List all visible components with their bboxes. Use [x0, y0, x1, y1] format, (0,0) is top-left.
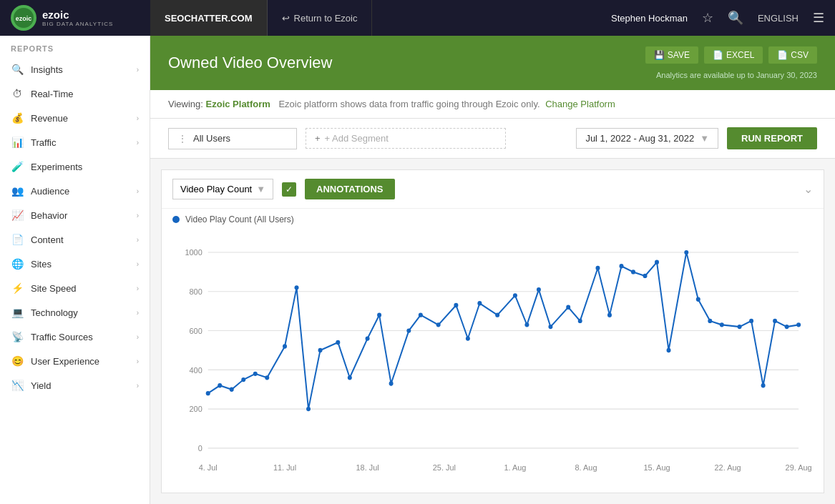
svg-point-54 — [631, 270, 635, 274]
change-platform-link[interactable]: Change Platform — [545, 99, 615, 109]
sidebar-item-technology[interactable]: 💻 Technology › — [0, 300, 150, 325]
reports-section-label: REPORTS — [0, 36, 150, 57]
site-tab[interactable]: SEOCHATTER.COM — [150, 0, 268, 36]
date-picker[interactable]: Jul 1, 2022 - Aug 31, 2022 ▼ — [576, 128, 718, 149]
sidebar-item-label: Revenue — [31, 113, 68, 124]
svg-text:22. Aug: 22. Aug — [715, 463, 741, 472]
legend-color-dot — [172, 216, 180, 223]
svg-point-51 — [595, 266, 600, 270]
chevron-right-icon: › — [137, 66, 139, 74]
svg-point-45 — [513, 293, 517, 297]
sidebar-item-user-experience[interactable]: 😊 User Experience › — [0, 349, 150, 373]
series-checkbox[interactable]: ✓ — [282, 182, 296, 197]
svg-text:1000: 1000 — [185, 248, 202, 257]
sidebar-item-left: 📈 Behavior — [11, 209, 67, 221]
language-selector[interactable]: ENGLISH — [758, 13, 799, 24]
svg-point-58 — [684, 250, 688, 255]
sidebar-item-label: Site Speed — [31, 283, 77, 294]
search-icon[interactable]: 🔍 — [728, 10, 743, 26]
svg-text:800: 800 — [190, 287, 202, 296]
svg-point-39 — [419, 313, 423, 317]
sidebar-item-label: Content — [31, 234, 64, 245]
chart-toolbar: Video Play Count ▼ ✓ ANNOTATIONS ⌄ — [162, 170, 824, 209]
chevron-right-icon: › — [137, 382, 139, 390]
add-segment-btn[interactable]: + + Add Segment — [306, 128, 506, 149]
segment-box[interactable]: ⋮ All Users — [168, 128, 297, 149]
chart-canvas: 020040060080010004. Jul11. Jul18. Jul25.… — [162, 230, 824, 493]
legend-label: Video Play Count (All Users) — [185, 214, 294, 224]
sidebar-item-real-time[interactable]: ⏱ Real-Time — [0, 81, 150, 106]
sidebar-icon: 💻 — [11, 307, 24, 318]
svg-point-25 — [230, 387, 234, 392]
platform-name: Ezoic Platform — [206, 99, 270, 109]
sidebar-icon: 🧪 — [11, 161, 24, 172]
sidebar-item-left: 🌐 Sites — [11, 258, 52, 270]
svg-point-33 — [336, 340, 340, 345]
chevron-right-icon: › — [137, 139, 139, 147]
svg-point-60 — [708, 319, 712, 323]
svg-point-42 — [466, 336, 470, 340]
svg-point-46 — [524, 322, 529, 327]
sidebar-icon: 📈 — [11, 209, 24, 221]
sidebar-item-left: 📊 Traffic — [11, 137, 56, 148]
svg-text:400: 400 — [190, 365, 202, 374]
svg-text:ezoic: ezoic — [16, 15, 32, 22]
star-icon[interactable]: ☆ — [702, 10, 713, 26]
svg-point-38 — [406, 328, 411, 332]
svg-point-55 — [643, 274, 648, 278]
svg-text:18. Jul: 18. Jul — [356, 463, 379, 472]
svg-point-40 — [436, 322, 441, 327]
sidebar-item-left: 🧪 Experiments — [11, 161, 82, 172]
svg-point-52 — [607, 313, 612, 317]
segment-label: All Users — [193, 133, 230, 144]
csv-button[interactable]: 📄 CSV — [768, 46, 817, 64]
sidebar-item-traffic-sources[interactable]: 📡 Traffic Sources › — [0, 325, 150, 349]
svg-text:4. Jul: 4. Jul — [199, 463, 218, 472]
sidebar-item-experiments[interactable]: 🧪 Experiments — [0, 154, 150, 179]
menu-icon[interactable]: ☰ — [813, 10, 824, 26]
run-report-button[interactable]: RUN REPORT — [727, 127, 817, 149]
sidebar-item-yield[interactable]: 📉 Yield › — [0, 373, 150, 397]
expand-icon[interactable]: ⌄ — [804, 182, 813, 196]
sidebar-item-revenue[interactable]: 💰 Revenue › — [0, 106, 150, 130]
svg-point-56 — [655, 260, 659, 265]
svg-point-35 — [366, 336, 370, 340]
chevron-down-icon: ▼ — [700, 133, 709, 144]
save-button[interactable]: 💾 SAVE — [645, 46, 698, 64]
sidebar-item-audience[interactable]: 👥 Audience › — [0, 179, 150, 203]
sidebar-icon: ⏱ — [11, 88, 24, 99]
sidebar-nav: 🔍 Insights › ⏱ Real-Time 💰 Revenue › 📊 T… — [0, 57, 150, 397]
sidebar-item-insights[interactable]: 🔍 Insights › — [0, 57, 150, 81]
svg-text:11. Jul: 11. Jul — [273, 463, 296, 472]
sidebar-item-site-speed[interactable]: ⚡ Site Speed › — [0, 276, 150, 300]
sidebar-item-traffic[interactable]: 📊 Traffic › — [0, 130, 150, 154]
sidebar-item-label: Traffic — [31, 137, 56, 148]
svg-point-37 — [389, 381, 394, 385]
annotations-button[interactable]: ANNOTATIONS — [305, 179, 394, 199]
sidebar-item-label: Audience — [31, 186, 69, 197]
sidebar-item-sites[interactable]: 🌐 Sites › — [0, 252, 150, 276]
svg-text:0: 0 — [198, 444, 202, 453]
svg-point-24 — [218, 383, 222, 387]
return-to-ezoic-btn[interactable]: ↩ Return to Ezoic — [268, 0, 373, 36]
svg-text:1. Aug: 1. Aug — [504, 463, 526, 472]
plus-icon: + — [315, 133, 321, 144]
chevron-right-icon: › — [137, 187, 139, 195]
sidebar-item-behavior[interactable]: 📈 Behavior › — [0, 203, 150, 227]
svg-point-31 — [306, 407, 311, 411]
sidebar-item-left: 🔍 Insights — [11, 64, 63, 75]
chevron-right-icon: › — [137, 357, 139, 365]
svg-point-27 — [253, 372, 258, 376]
check-icon: ✓ — [285, 184, 293, 194]
sidebar-item-content[interactable]: 📄 Content › — [0, 227, 150, 252]
page-title: Owned Video Overview — [168, 54, 333, 72]
sidebar-icon: 💰 — [11, 112, 24, 124]
content-header: Owned Video Overview 💾 SAVE 📄 EXCEL 📄 CS… — [150, 36, 835, 90]
sidebar-item-label: Technology — [31, 307, 78, 318]
excel-button[interactable]: 📄 EXCEL — [704, 46, 763, 64]
metric-selector[interactable]: Video Play Count ▼ — [172, 179, 273, 199]
metric-label: Video Play Count — [180, 184, 252, 194]
sidebar-icon: 🔍 — [11, 64, 24, 75]
svg-point-34 — [348, 375, 352, 380]
svg-point-62 — [738, 325, 742, 329]
